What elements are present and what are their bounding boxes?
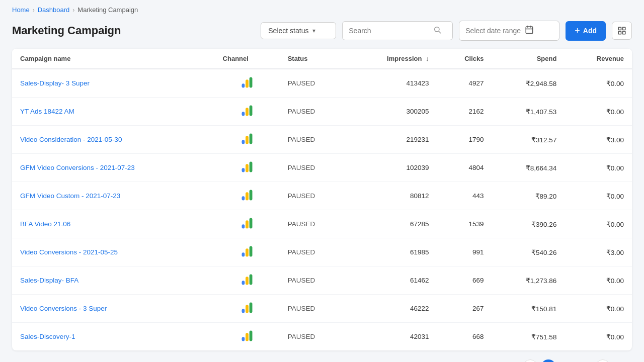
channel-cell	[215, 266, 280, 295]
campaign-name-cell: GFM Video Custom - 2021-07-23	[12, 182, 215, 210]
svg-rect-30	[250, 246, 253, 257]
breadcrumb-dashboard[interactable]: Dashboard	[38, 6, 70, 14]
clicks-cell: 443	[437, 182, 492, 210]
svg-rect-35	[246, 305, 249, 313]
spend-cell: ₹390.26	[492, 210, 565, 238]
revenue-cell: ₹0.00	[565, 98, 632, 126]
impression-cell: 61462	[347, 266, 437, 295]
campaign-name-link[interactable]: Sales-Display- 3 Super	[20, 79, 90, 87]
google-ads-icon	[240, 329, 254, 343]
svg-rect-31	[242, 281, 245, 285]
svg-rect-10	[242, 83, 245, 87]
header-row: Marketing Campaign Select status ▾ Selec…	[0, 17, 644, 49]
status-cell: PAUSED	[280, 182, 347, 210]
impression-cell: 102039	[347, 154, 437, 182]
impression-cell: 300205	[347, 98, 437, 126]
channel-cell	[215, 98, 280, 126]
campaign-name-cell: BFA Video 21.06	[12, 210, 215, 238]
table-row: BFA Video 21.06 PAUSED 67285 1539 ₹390.2…	[12, 210, 632, 238]
svg-rect-21	[250, 162, 253, 172]
svg-rect-25	[242, 224, 245, 228]
channel-cell	[215, 323, 280, 351]
revenue-cell: ₹0.00	[565, 266, 632, 295]
spend-cell: ₹8,664.34	[492, 154, 565, 182]
channel-cell	[215, 126, 280, 154]
select-status-label: Select status	[268, 27, 308, 35]
spend-cell: ₹312.57	[492, 126, 565, 154]
svg-rect-12	[250, 77, 253, 88]
google-ads-icon	[240, 273, 254, 287]
table-row: GFM Video Custom - 2021-07-23 PAUSED 808…	[12, 182, 632, 210]
search-box	[342, 21, 453, 40]
channel-cell	[215, 295, 280, 323]
svg-rect-15	[250, 106, 253, 116]
clicks-cell: 991	[437, 238, 492, 266]
breadcrumb-sep-2: ›	[72, 7, 74, 14]
svg-rect-16	[242, 140, 245, 144]
plus-icon: +	[575, 26, 580, 36]
campaigns-table-container: Campaign name Channel Status Impression …	[12, 49, 632, 350]
campaign-name-cell: Video Consideration - 2021-05-30	[12, 126, 215, 154]
pagination-page-2[interactable]: 2	[559, 359, 574, 362]
impression-cell: 61985	[347, 238, 437, 266]
status-cell: PAUSED	[280, 323, 347, 351]
svg-rect-8	[618, 32, 621, 34]
impression-cell: 42031	[347, 323, 437, 351]
grid-icon	[617, 26, 626, 35]
campaign-name-cell: Video Conversions - 3 Super	[12, 295, 215, 323]
chevron-down-icon: ▾	[312, 27, 315, 34]
col-header-clicks: Clicks	[437, 49, 492, 69]
status-cell: PAUSED	[280, 210, 347, 238]
clicks-cell: 668	[437, 323, 492, 351]
grid-view-button[interactable]	[612, 22, 632, 40]
table-row: YT Ads 18422 AM PAUSED 300205 2162 ₹1,40…	[12, 98, 632, 126]
campaign-name-link[interactable]: BFA Video 21.06	[20, 220, 70, 228]
campaign-name-link[interactable]: Video Conversions - 3 Super	[20, 305, 107, 312]
spend-cell: ₹540.26	[492, 238, 565, 266]
svg-rect-18	[250, 134, 253, 144]
campaign-name-link[interactable]: GFM Video Conversions - 2021-07-23	[20, 164, 135, 171]
campaign-name-link[interactable]: Video Consideration - 2021-05-30	[20, 136, 122, 143]
svg-rect-2	[526, 27, 533, 34]
revenue-cell: ₹3.00	[565, 126, 632, 154]
spend-cell: ₹150.81	[492, 295, 565, 323]
add-button[interactable]: + Add	[566, 21, 606, 41]
pagination-next[interactable]	[595, 359, 610, 362]
spend-cell: ₹1,273.86	[492, 266, 565, 295]
svg-rect-6	[618, 27, 621, 30]
col-header-revenue: Revenue	[565, 49, 632, 69]
calendar-icon	[525, 25, 534, 36]
revenue-cell: ₹0.00	[565, 182, 632, 210]
pagination-prev[interactable]	[523, 359, 538, 362]
search-input[interactable]	[349, 27, 429, 35]
channel-cell	[215, 154, 280, 182]
svg-rect-27	[250, 218, 253, 229]
col-header-status: Status	[280, 49, 347, 69]
sort-arrow-icon: ↓	[426, 55, 429, 62]
google-ads-icon	[240, 132, 254, 146]
svg-rect-17	[246, 136, 249, 144]
clicks-cell: 4804	[437, 154, 492, 182]
campaign-name-link[interactable]: Video Conversions - 2021-05-25	[20, 248, 118, 256]
campaign-name-link[interactable]: YT Ads 18422 AM	[20, 108, 74, 115]
svg-rect-28	[242, 252, 245, 256]
campaign-name-link[interactable]: Sales-Discovery-1	[20, 333, 75, 340]
date-range-selector[interactable]: Select date range	[459, 21, 559, 41]
svg-rect-20	[246, 164, 249, 172]
clicks-cell: 4927	[437, 69, 492, 98]
pagination-page-1[interactable]: 1	[541, 359, 556, 362]
campaign-name-link[interactable]: Sales-Display- BFA	[20, 277, 78, 284]
revenue-cell: ₹3.00	[565, 238, 632, 266]
status-cell: PAUSED	[280, 266, 347, 295]
breadcrumb: Home › Dashboard › Marketing Campaign	[0, 0, 644, 17]
pagination-page-3[interactable]: 3	[577, 359, 592, 362]
table-row: Sales-Discovery-1 PAUSED 42031 668 ₹751.…	[12, 323, 632, 351]
col-header-impression[interactable]: Impression ↓	[347, 49, 437, 69]
breadcrumb-home[interactable]: Home	[12, 6, 30, 14]
spend-cell: ₹2,948.58	[492, 69, 565, 98]
campaign-name-cell: GFM Video Conversions - 2021-07-23	[12, 154, 215, 182]
table-row: Video Conversions - 2021-05-25 PAUSED 61…	[12, 238, 632, 266]
table-body: Sales-Display- 3 Super PAUSED 413423 492…	[12, 69, 632, 350]
select-status-dropdown[interactable]: Select status ▾	[261, 22, 336, 39]
campaign-name-link[interactable]: GFM Video Custom - 2021-07-23	[20, 192, 120, 200]
